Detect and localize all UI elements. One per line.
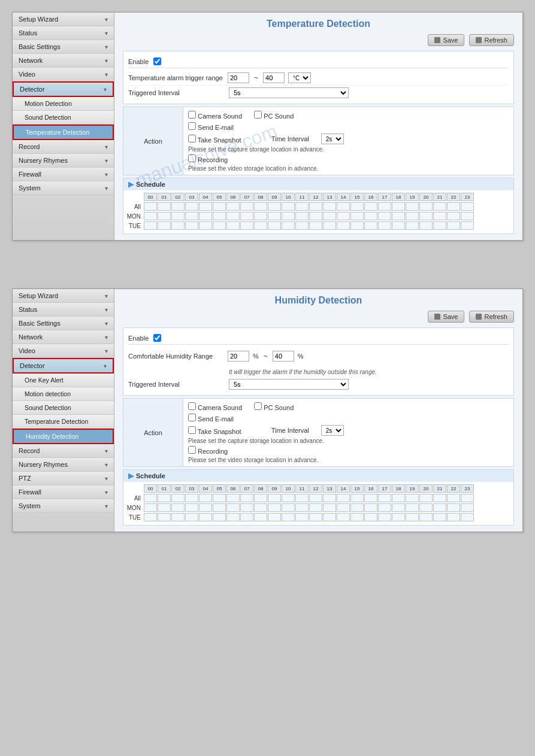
sidebar-item-video[interactable]: Video▾: [13, 344, 114, 358]
schedule-cell[interactable]: [295, 212, 309, 220]
schedule-cell[interactable]: [309, 494, 322, 502]
sidebar-item-humidity-detection[interactable]: Humidity Detection: [13, 429, 114, 444]
sidebar-item-network[interactable]: Network▾: [13, 330, 114, 344]
schedule-cell[interactable]: [364, 513, 377, 521]
humidity-from-input[interactable]: [228, 351, 249, 362]
schedule-cell[interactable]: [282, 503, 295, 512]
humidity-interval-select[interactable]: 5s 10s: [229, 379, 349, 390]
schedule-cell[interactable]: [199, 212, 212, 220]
schedule-cell[interactable]: [433, 494, 446, 502]
schedule-cell[interactable]: [254, 513, 267, 521]
schedule-cell[interactable]: [213, 221, 226, 230]
sidebar-item-record[interactable]: Record▾: [13, 140, 114, 154]
temp-unit-select[interactable]: °C °F: [288, 72, 311, 83]
sidebar-item-firewall[interactable]: Firewall▾: [13, 168, 114, 181]
schedule-cell[interactable]: [158, 221, 171, 230]
schedule-cell[interactable]: [419, 202, 433, 211]
schedule-row-cells[interactable]: [144, 221, 474, 230]
schedule-cell[interactable]: [254, 494, 267, 502]
schedule-cell[interactable]: [419, 494, 433, 502]
schedule-cell[interactable]: [392, 494, 405, 502]
schedule-cell[interactable]: [226, 212, 240, 220]
schedule-cell[interactable]: [364, 221, 377, 230]
schedule-cell[interactable]: [364, 503, 377, 512]
schedule-cell[interactable]: [378, 202, 391, 211]
schedule-cell[interactable]: [419, 221, 433, 230]
schedule-cell[interactable]: [378, 503, 391, 512]
humidity-camera-sound-checkbox[interactable]: [188, 402, 196, 410]
temp-send-email-checkbox[interactable]: [188, 122, 196, 130]
schedule-cell[interactable]: [295, 503, 309, 512]
schedule-cell[interactable]: [144, 221, 157, 230]
temp-from-input[interactable]: [228, 72, 249, 83]
schedule-cell[interactable]: [447, 494, 460, 502]
schedule-cell[interactable]: [433, 202, 446, 211]
schedule-cell[interactable]: [226, 494, 240, 502]
sidebar-item-setup-wizard[interactable]: Setup Wizard▾: [13, 289, 114, 303]
schedule-cell[interactable]: [282, 212, 295, 220]
schedule-row-cells[interactable]: [144, 503, 474, 512]
schedule-cell[interactable]: [406, 221, 419, 230]
sidebar-item-one-key-alert[interactable]: One Key Alert: [13, 374, 114, 387]
sidebar-item-motion-detection[interactable]: Motion detection: [13, 387, 114, 401]
schedule-cell[interactable]: [268, 202, 281, 211]
schedule-cell[interactable]: [268, 221, 281, 230]
schedule-cell[interactable]: [158, 202, 171, 211]
humidity-send-email-checkbox[interactable]: [188, 414, 196, 421]
schedule-cell[interactable]: [268, 503, 281, 512]
sidebar-item-motion-detection[interactable]: Motion Detection: [13, 97, 114, 111]
schedule-cell[interactable]: [364, 494, 377, 502]
temp-save-button[interactable]: Save: [428, 34, 464, 46]
schedule-cell[interactable]: [419, 212, 433, 220]
schedule-cell[interactable]: [254, 221, 267, 230]
schedule-cell[interactable]: [378, 494, 391, 502]
sidebar-item-record[interactable]: Record▾: [13, 444, 114, 458]
schedule-cell[interactable]: [406, 513, 419, 521]
sidebar-item-temperature-detection[interactable]: Temperature Detection: [13, 415, 114, 429]
sidebar-item-basic-settings[interactable]: Basic Settings▾: [13, 317, 114, 330]
sidebar-item-basic-settings[interactable]: Basic Settings▾: [13, 40, 114, 54]
schedule-cell[interactable]: [461, 494, 474, 502]
schedule-cell[interactable]: [378, 221, 391, 230]
schedule-cell[interactable]: [282, 221, 295, 230]
schedule-cell[interactable]: [406, 202, 419, 211]
schedule-cell[interactable]: [392, 513, 405, 521]
schedule-row-cells[interactable]: [144, 212, 474, 220]
schedule-cell[interactable]: [323, 494, 336, 502]
schedule-cell[interactable]: [199, 202, 212, 211]
schedule-cell[interactable]: [323, 221, 336, 230]
humidity-save-button[interactable]: Save: [428, 311, 464, 323]
schedule-cell[interactable]: [171, 221, 185, 230]
humidity-enable-checkbox[interactable]: [153, 334, 161, 342]
schedule-cell[interactable]: [392, 503, 405, 512]
temp-interval-select[interactable]: 5s 10s 30s: [229, 87, 349, 98]
schedule-cell[interactable]: [199, 503, 212, 512]
schedule-cell[interactable]: [461, 202, 474, 211]
schedule-cell[interactable]: [144, 503, 157, 512]
schedule-cell[interactable]: [240, 503, 253, 512]
sidebar-item-status[interactable]: Status▾: [13, 303, 114, 317]
schedule-cell[interactable]: [185, 494, 198, 502]
schedule-row-cells[interactable]: [144, 202, 474, 211]
schedule-cell[interactable]: [350, 513, 364, 521]
schedule-cell[interactable]: [461, 503, 474, 512]
schedule-cell[interactable]: [144, 494, 157, 502]
schedule-cell[interactable]: [254, 503, 267, 512]
schedule-cell[interactable]: [309, 202, 322, 211]
schedule-cell[interactable]: [433, 212, 446, 220]
schedule-cell[interactable]: [158, 513, 171, 521]
schedule-cell[interactable]: [392, 202, 405, 211]
schedule-cell[interactable]: [254, 212, 267, 220]
schedule-cell[interactable]: [447, 212, 460, 220]
sidebar-item-video[interactable]: Video▾: [13, 68, 114, 81]
schedule-cell[interactable]: [419, 503, 433, 512]
schedule-cell[interactable]: [406, 212, 419, 220]
schedule-cell[interactable]: [323, 202, 336, 211]
schedule-cell[interactable]: [350, 494, 364, 502]
schedule-cell[interactable]: [392, 221, 405, 230]
schedule-cell[interactable]: [461, 221, 474, 230]
schedule-cell[interactable]: [461, 513, 474, 521]
humidity-to-input[interactable]: [273, 351, 294, 362]
temp-pc-sound-checkbox[interactable]: [254, 111, 262, 119]
schedule-cell[interactable]: [171, 513, 185, 521]
